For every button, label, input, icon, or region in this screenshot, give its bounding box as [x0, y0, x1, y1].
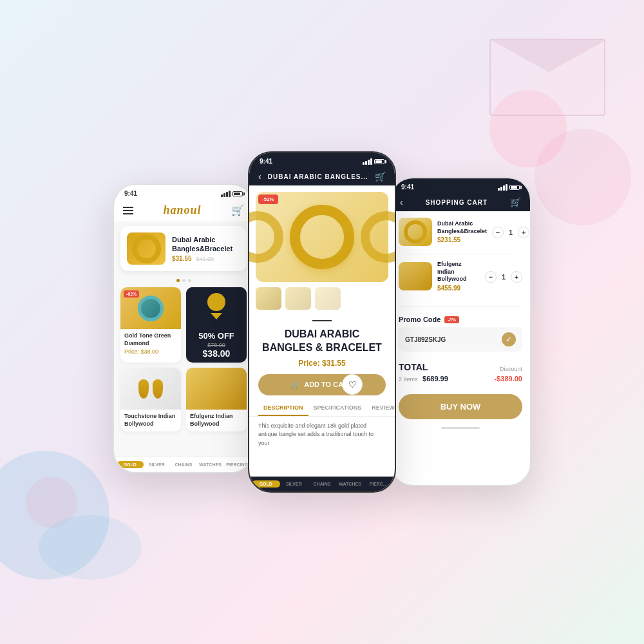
cart-icon-home[interactable]: 🛒 — [231, 204, 244, 216]
bar4 — [229, 191, 231, 197]
total-label: TOTAL — [399, 362, 428, 372]
cart-header: ‹ SHOPPING CART 🛒 — [391, 193, 530, 211]
sale-badge-1: -62% — [124, 290, 139, 298]
qty-minus-1[interactable]: − — [492, 227, 504, 238]
product-name-1: Gold Tone Green Diamond — [124, 332, 177, 347]
status-bar-2: 9:41 — [249, 153, 395, 167]
cart-item-info-1: Dubai Arabic Bangles&Bracelet $231.55 — [437, 220, 487, 243]
cart-item-price-1: $231.55 — [437, 236, 487, 243]
time-3: 9:41 — [401, 184, 414, 191]
bg-envelope — [489, 39, 605, 116]
total-amount: $689.99 — [422, 375, 448, 383]
earring-img — [133, 374, 168, 404]
nav-piercing[interactable]: PIERCING — [223, 461, 251, 468]
product-img-2 — [186, 287, 247, 323]
cart-divider-1 — [406, 254, 515, 254]
items-count-text: 2 Items — [399, 376, 418, 383]
product-info-3: Touchstone Indian Bollywood — [120, 410, 181, 431]
bar3 — [226, 192, 228, 197]
cart-title: SHOPPING CART — [426, 199, 488, 206]
cart-icon-cart[interactable]: 🛒 — [510, 197, 521, 207]
promo-input-row[interactable]: GTJ892SKJG ✓ — [399, 327, 522, 352]
buy-now-button[interactable]: BUY NOW — [399, 394, 522, 419]
phone-product-detail: 9:41 ‹ DUBAI ARABIC BANGLES... 🛒 -51% — [248, 151, 396, 493]
qty-control-1: − 1 + — [492, 227, 529, 238]
cart-back-button[interactable]: ‹ — [400, 197, 403, 207]
cart-item-name-1: Dubai Arabic Bangles&Bracelet — [437, 220, 487, 235]
cart-icon-detail[interactable]: 🛒 — [375, 171, 386, 182]
cart-item-price-2: $455.99 — [437, 285, 480, 292]
bar3 — [368, 160, 370, 165]
nav-watches[interactable]: WATCHES — [197, 461, 224, 468]
cart-item-info-2: Efulgenz Indian Bollywood $455.99 — [437, 261, 480, 292]
bar4 — [506, 184, 507, 191]
bar2 — [365, 161, 367, 165]
product-header: ‹ DUBAI ARABIC BANGLES... 🛒 — [249, 167, 395, 185]
nav-chains[interactable]: CHAINS — [170, 461, 197, 468]
tab-specifications[interactable]: SPECIFICATIONS — [308, 401, 367, 416]
bg-blob-pink — [535, 129, 631, 225]
dot-3 — [188, 279, 191, 282]
cart-item-2: Efulgenz Indian Bollywood $455.99 − 1 + — [399, 261, 522, 292]
tab-reviews[interactable]: REVIEWS — [366, 401, 396, 416]
status-icons-3 — [498, 184, 520, 191]
promo-label-text: Promo Code — [399, 316, 440, 323]
product-card-2[interactable]: 50% OFF $78.00 $38.00 — [186, 287, 247, 363]
signal-3 — [498, 184, 507, 191]
time-2: 9:41 — [260, 158, 272, 165]
back-button[interactable]: ‹ — [258, 171, 261, 182]
product-card-3[interactable]: Touchstone Indian Bollywood — [120, 368, 181, 431]
qty-minus-2[interactable]: − — [485, 271, 497, 283]
qty-num-2: 1 — [502, 273, 506, 281]
banner-card[interactable]: Dubai Arabic Bangles&Bracelet $31.55 $41… — [120, 226, 247, 271]
banner-info: Dubai Arabic Bangles&Bracelet $31.55 $41… — [172, 235, 240, 263]
promo-section: Promo Code -5% GTJ892SKJG ✓ — [391, 313, 530, 357]
bar2 — [223, 193, 225, 197]
thumb-3[interactable] — [315, 287, 341, 310]
cart-icon-btn: 🛒 — [291, 381, 300, 389]
banner-price: $31.55 $41.00 — [172, 255, 240, 262]
phone2-nav-gold[interactable]: GOLD — [252, 480, 280, 488]
qty-plus-1[interactable]: + — [518, 227, 529, 238]
promo-label: Promo Code -5% — [399, 316, 522, 323]
phone2-nav-silver[interactable]: SILVER — [280, 480, 308, 488]
cart-items-list: Dubai Arabic Bangles&Bracelet $231.55 − … — [391, 211, 530, 306]
thumb-1[interactable] — [256, 287, 281, 310]
phone2-nav-watches[interactable]: WATCHES — [336, 480, 365, 488]
thumb-2[interactable] — [285, 287, 311, 310]
discount-label: Discount — [500, 366, 522, 372]
product-img-3 — [120, 368, 181, 410]
product-card-1[interactable]: -62% Gold Tone Green Diamond Price: $38.… — [120, 287, 181, 363]
product-card-4[interactable]: Efulgenz Indian Bollywood — [186, 368, 247, 431]
nav-gold[interactable]: GOLD — [117, 461, 144, 468]
nav-silver[interactable]: SILVER — [144, 461, 171, 468]
banner-price-old: $41.00 — [196, 256, 214, 262]
product-description: This exquisite and elegant 18k gold plat… — [249, 417, 395, 453]
time-1: 9:41 — [124, 190, 137, 197]
qty-control-2: − 1 + — [485, 271, 522, 283]
product-hero: -51% — [249, 185, 395, 316]
signal-1 — [221, 191, 231, 197]
cart-bangles-img — [412, 265, 419, 288]
tab-description[interactable]: DESCRIPTION — [258, 401, 308, 416]
banner-price-current: $31.55 — [172, 255, 192, 262]
product-info-1: Gold Tone Green Diamond Price: $38.00 — [120, 329, 181, 359]
qty-plus-2[interactable]: + — [511, 271, 522, 283]
hamburger-menu[interactable] — [123, 207, 133, 214]
bar3 — [503, 185, 505, 191]
app-header-1: hanoul 🛒 — [114, 200, 253, 221]
discount-amount: -$389.00 — [495, 375, 522, 383]
dot-1 — [176, 279, 180, 282]
add-to-cart-button[interactable]: 🛒 ADD TO CART — [258, 374, 386, 395]
qty-num-1: 1 — [509, 229, 513, 236]
items-count: 2 Items $689.99 — [399, 375, 448, 383]
hero-divider — [312, 320, 332, 321]
product-img-4 — [186, 368, 247, 410]
status-icons-1 — [221, 191, 243, 197]
diamond-ring-img — [138, 296, 164, 321]
phone2-nav-pierc[interactable]: PIERC... — [364, 480, 392, 488]
phone2-nav-chains[interactable]: CHAINS — [308, 480, 336, 488]
bottom-nav-2: GOLD SILVER CHAINS WATCHES PIERC... — [249, 477, 395, 491]
total-row-1: TOTAL Discount — [399, 362, 522, 372]
wishlist-button[interactable]: ♡ — [342, 374, 363, 395]
